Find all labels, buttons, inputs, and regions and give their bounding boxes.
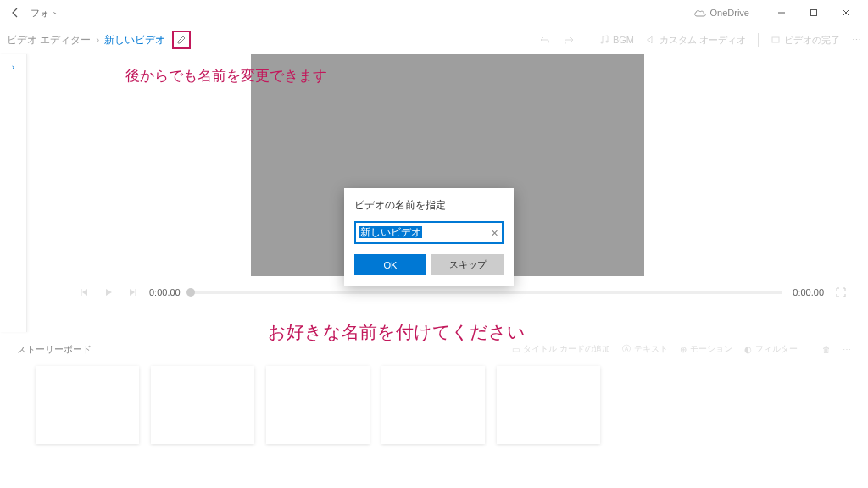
storyboard-title: ストーリーボード xyxy=(17,343,92,356)
filter-icon: ◐ xyxy=(744,345,752,354)
storyboard-card[interactable] xyxy=(497,366,600,444)
seek-bar[interactable] xyxy=(191,291,783,294)
storyboard-card[interactable] xyxy=(36,366,139,444)
trash-icon: 🗑 xyxy=(822,345,831,354)
storyboard-card[interactable] xyxy=(266,366,370,444)
undo-button[interactable] xyxy=(539,35,551,45)
play-button[interactable] xyxy=(102,286,115,299)
motion-button[interactable]: ⊕モーション xyxy=(680,343,732,355)
maximize-button[interactable] xyxy=(798,3,829,23)
breadcrumb-current[interactable]: 新しいビデオ xyxy=(104,33,165,47)
back-button[interactable] xyxy=(7,4,24,21)
filter-button[interactable]: ◐フィルター xyxy=(744,343,798,355)
svg-rect-6 xyxy=(772,37,779,42)
cloud-icon xyxy=(693,8,707,17)
svg-point-4 xyxy=(600,42,603,44)
annotation-name-it: お好きな名前を付けてください xyxy=(268,320,526,344)
current-time: 0:00.00 xyxy=(149,287,181,297)
fullscreen-button[interactable] xyxy=(834,286,848,299)
video-name-input[interactable]: 新しいビデオ xyxy=(354,221,504,244)
storyboard-more-button[interactable]: ⋯ xyxy=(843,345,851,354)
svg-point-5 xyxy=(605,41,608,43)
custom-audio-button[interactable]: カスタム オーディオ xyxy=(646,34,746,47)
ok-button[interactable]: OK xyxy=(354,254,426,275)
clear-input-button[interactable]: ✕ xyxy=(491,227,498,238)
bgm-button[interactable]: BGM xyxy=(599,35,634,45)
divider xyxy=(810,342,810,356)
svg-rect-1 xyxy=(811,10,817,16)
text-icon: Ⓐ xyxy=(622,343,631,355)
seek-thumb[interactable] xyxy=(186,288,195,297)
app-title: フォト xyxy=(31,7,58,19)
close-button[interactable] xyxy=(831,3,861,23)
storyboard xyxy=(0,361,868,449)
delete-button[interactable]: 🗑 xyxy=(822,345,831,354)
more-button[interactable]: ⋯ xyxy=(852,35,861,46)
speaker-icon xyxy=(646,35,656,45)
text-button[interactable]: Ⓐテキスト xyxy=(622,343,668,355)
minimize-button[interactable] xyxy=(766,3,797,23)
export-icon xyxy=(771,35,781,45)
breadcrumb-root[interactable]: ビデオ エディター xyxy=(7,33,91,47)
add-title-card-button[interactable]: ▭タイトル カードの追加 xyxy=(512,343,610,355)
toolbar-actions: BGM カスタム オーディオ ビデオの完了 ⋯ xyxy=(539,33,861,47)
toolbar: ビデオ エディター › 新しいビデオ BGM カスタム オーディオ ビデオの完了… xyxy=(0,25,868,54)
card-icon: ▭ xyxy=(512,345,520,354)
motion-icon: ⊕ xyxy=(680,345,687,354)
annotation-rename-later: 後からでも名前を変更できます xyxy=(125,66,327,86)
dialog-input-wrap: 新しいビデオ ✕ xyxy=(354,221,504,244)
storyboard-card[interactable] xyxy=(151,366,254,444)
next-frame-button[interactable] xyxy=(125,286,139,299)
pencil-icon xyxy=(176,35,186,45)
titlebar: フォト OneDrive xyxy=(0,0,868,25)
dialog-title: ビデオの名前を指定 xyxy=(354,198,504,213)
divider xyxy=(587,33,587,47)
finish-video-button[interactable]: ビデオの完了 xyxy=(771,34,840,47)
redo-icon xyxy=(563,35,575,45)
name-dialog: ビデオの名前を指定 新しいビデオ ✕ OK スキップ xyxy=(344,188,514,286)
undo-icon xyxy=(539,35,551,45)
expand-chevron-icon[interactable]: › xyxy=(12,63,14,72)
rename-button[interactable] xyxy=(172,30,191,49)
storyboard-card[interactable] xyxy=(381,366,485,444)
onedrive-status[interactable]: OneDrive xyxy=(693,8,749,18)
redo-button[interactable] xyxy=(563,35,575,45)
divider xyxy=(758,33,759,47)
chevron-right-icon: › xyxy=(96,34,99,46)
prev-frame-button[interactable] xyxy=(78,286,92,299)
music-icon xyxy=(599,35,609,45)
skip-button[interactable]: スキップ xyxy=(431,254,504,275)
duration: 0:00.00 xyxy=(793,287,824,297)
breadcrumb: ビデオ エディター › 新しいビデオ xyxy=(7,33,165,47)
side-panel: › xyxy=(0,54,27,332)
